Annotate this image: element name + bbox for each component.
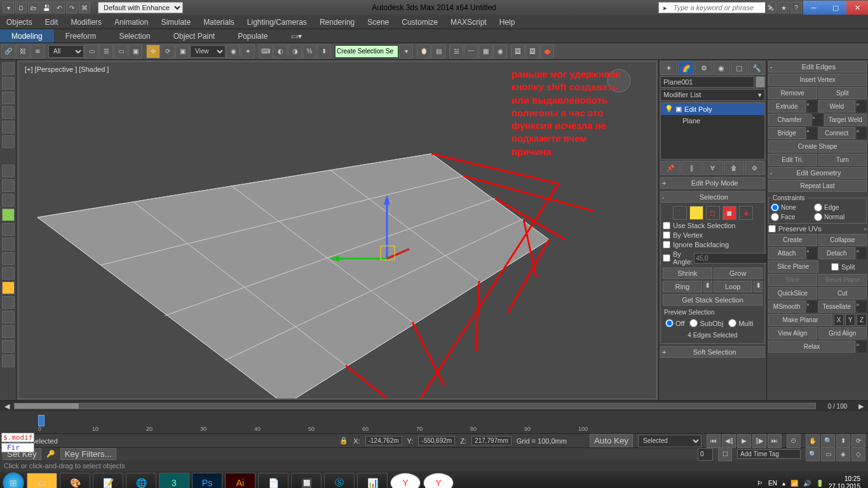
- angle-snap-icon[interactable]: ◑: [288, 44, 302, 58]
- goto-start-icon[interactable]: ⏮: [707, 434, 721, 448]
- menu-simulate[interactable]: Simulate: [161, 18, 191, 27]
- keyboard-icon[interactable]: ⌨: [259, 44, 273, 58]
- tray-flag-icon[interactable]: 🏳: [757, 480, 763, 487]
- workspace-dropdown[interactable]: Default with Enhance: [98, 2, 183, 13]
- tab-freeform[interactable]: Freeform: [54, 29, 108, 43]
- link-tool-icon[interactable]: 🔗: [1, 44, 15, 58]
- nav-fov-icon[interactable]: ⬍: [836, 434, 850, 448]
- tab-objectpaint[interactable]: Object Paint: [162, 29, 226, 43]
- star-icon[interactable]: ★: [778, 2, 789, 13]
- pin-stack-icon[interactable]: 📌: [660, 161, 681, 175]
- edge-subobj-icon[interactable]: ╱: [689, 206, 703, 220]
- nav-max-icon[interactable]: ◈: [836, 447, 850, 461]
- cp-hierarchy-icon[interactable]: ⚙: [695, 61, 712, 75]
- menu-help[interactable]: Help: [499, 18, 515, 27]
- tab-modeling[interactable]: Modeling: [0, 29, 54, 43]
- task-yandex2[interactable]: Y: [423, 473, 454, 488]
- menu-lighting[interactable]: Lighting/Cameras: [247, 18, 307, 27]
- task-skype[interactable]: Ⓢ: [324, 473, 355, 488]
- time-slider[interactable]: [38, 415, 44, 426]
- display-ltool-icon[interactable]: [2, 121, 15, 133]
- tray-lang[interactable]: EN: [768, 480, 777, 487]
- ltool-13-icon[interactable]: [2, 252, 15, 265]
- selection-filter-dropdown[interactable]: All: [48, 45, 84, 58]
- edit-geometry-header[interactable]: -Edit Geometry: [768, 167, 867, 179]
- key-icon[interactable]: 🔑: [46, 450, 55, 458]
- chamfer-settings-icon[interactable]: ▫: [813, 114, 823, 126]
- new-icon[interactable]: 🗋: [15, 2, 27, 13]
- remove-mod-icon[interactable]: 🗑: [724, 161, 744, 175]
- by-vertex-checkbox[interactable]: By Vertex: [663, 231, 763, 239]
- spinner-snap-icon[interactable]: ⬍: [317, 44, 331, 58]
- close-button[interactable]: ✕: [846, 1, 868, 15]
- modifier-list-dropdown[interactable]: Modifier List▾: [660, 89, 765, 101]
- align-icon[interactable]: ▤: [431, 44, 445, 58]
- menu-rendering[interactable]: Rendering: [320, 18, 355, 27]
- quickslice-button[interactable]: QuickSlice: [768, 287, 817, 299]
- collapse-button[interactable]: Collapse: [818, 234, 867, 246]
- ltool-20-icon[interactable]: [2, 355, 15, 367]
- ltool-8-icon[interactable]: [2, 179, 15, 192]
- extrude-button[interactable]: Extrude: [768, 100, 806, 112]
- tray-up-icon[interactable]: ▴: [782, 480, 785, 487]
- render-frame-icon[interactable]: 🖼: [526, 44, 539, 58]
- menu-modifiers[interactable]: Modifiers: [71, 18, 102, 27]
- split-button[interactable]: Split: [818, 87, 867, 99]
- ignore-backfacing-checkbox[interactable]: Ignore Backfacing: [663, 241, 763, 248]
- tessellate-settings-icon[interactable]: ▫: [857, 301, 867, 313]
- menu-maxscript[interactable]: MAXScript: [451, 18, 487, 27]
- grid-align-button[interactable]: Grid Align: [818, 327, 867, 339]
- relax-settings-icon[interactable]: ▫: [857, 341, 867, 353]
- grow-button[interactable]: Grow: [714, 268, 763, 279]
- relax-button[interactable]: Relax: [768, 341, 855, 353]
- schematic-icon[interactable]: ▦: [478, 44, 492, 58]
- task-app2[interactable]: 📊: [357, 473, 388, 488]
- keymode-dropdown[interactable]: Selected: [638, 435, 702, 447]
- rotate-tool-icon[interactable]: ⟳: [161, 44, 175, 58]
- insert-vertex-button[interactable]: Insert Vertex: [768, 74, 867, 86]
- bind-icon[interactable]: ≋: [31, 44, 44, 58]
- create-shape-button[interactable]: Create Shape: [768, 140, 867, 152]
- window-crossing-icon[interactable]: ▣: [128, 44, 142, 58]
- script-listener-badge[interactable]: $.modif Fir: [1, 433, 34, 452]
- timeline-ruler[interactable]: 0102030405060708090100: [0, 411, 868, 433]
- task-yandex[interactable]: Y: [390, 473, 421, 488]
- planar-y-button[interactable]: Y: [845, 314, 855, 326]
- maximize-button[interactable]: ▢: [825, 1, 846, 15]
- lock-icon[interactable]: 🔒: [339, 437, 348, 445]
- add-time-tag-button[interactable]: Add Time Tag: [737, 449, 801, 459]
- ltool-9-icon[interactable]: [2, 194, 15, 207]
- detach-settings-icon[interactable]: ▫: [857, 247, 867, 259]
- tab-selection[interactable]: Selection: [107, 29, 161, 43]
- minimize-button[interactable]: ─: [803, 1, 825, 15]
- tray-sound-icon[interactable]: 🔊: [803, 480, 811, 487]
- repeat-last-button[interactable]: Repeat Last: [768, 180, 867, 192]
- coord-z-field[interactable]: 217,797mm: [471, 436, 512, 445]
- named-selection-input[interactable]: [335, 45, 398, 58]
- ltool-19-icon[interactable]: [2, 340, 15, 353]
- cp-display-icon[interactable]: ▢: [731, 61, 748, 75]
- task-illustrator[interactable]: Ai: [225, 473, 255, 488]
- nav-zoomall-icon[interactable]: 🔍: [806, 447, 820, 461]
- redo-icon[interactable]: ↷: [66, 2, 78, 13]
- play-icon[interactable]: ▶: [737, 434, 751, 448]
- help-icon[interactable]: ?: [790, 2, 802, 13]
- ltool-14-icon[interactable]: [2, 267, 15, 280]
- task-acrobat[interactable]: 📄: [258, 473, 288, 488]
- task-app1[interactable]: 🔲: [291, 473, 322, 488]
- weld-settings-icon[interactable]: ▫: [857, 100, 867, 112]
- frame-input[interactable]: [698, 448, 713, 461]
- attach-button[interactable]: Attach: [768, 247, 806, 259]
- nav-pan-icon[interactable]: ✋: [806, 434, 820, 448]
- task-explorer[interactable]: 🗂: [27, 473, 57, 488]
- edit-edges-header[interactable]: -Edit Edges: [768, 61, 867, 72]
- unique-icon[interactable]: ∀: [702, 161, 722, 175]
- rollout-editpolymode[interactable]: +Edit Poly Mode: [660, 177, 765, 189]
- unlink-tool-icon[interactable]: ⛓: [16, 44, 30, 58]
- planar-z-button[interactable]: Z: [857, 314, 867, 326]
- util-ltool-icon[interactable]: [2, 135, 15, 148]
- constraint-none-radio[interactable]: None: [771, 203, 809, 212]
- render-setup-icon[interactable]: 🖼: [511, 44, 525, 58]
- stack-plane[interactable]: Plane: [661, 115, 764, 126]
- menu-animation[interactable]: Animation: [114, 18, 148, 27]
